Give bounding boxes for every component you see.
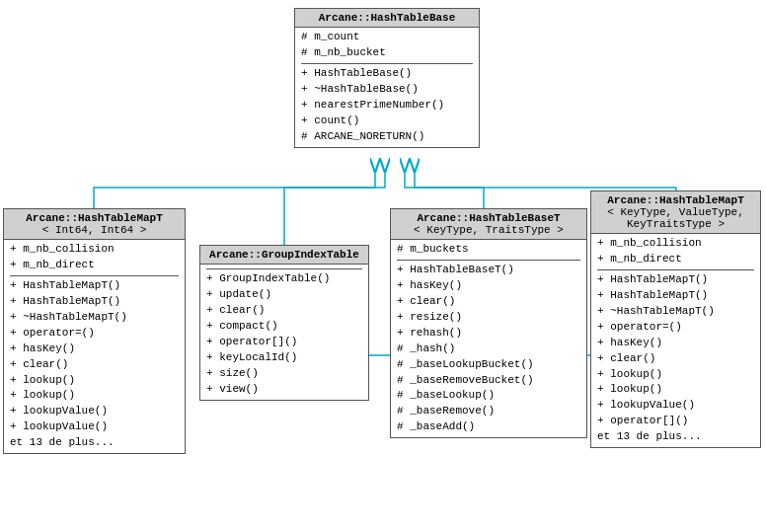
hashtablemapT-left-box: Arcane::HashTableMapT < Int64, Int64 > +… — [3, 208, 186, 454]
method-r7: + lookup() — [597, 367, 754, 383]
hashtablemapT-right-title: Arcane::HashTableMapT — [597, 194, 754, 206]
divider-g — [206, 268, 362, 269]
divider-t — [397, 260, 580, 261]
method-count: + count() — [301, 114, 473, 129]
hashtablebase-header: Arcane::HashTableBase — [295, 9, 479, 28]
divider-l — [10, 275, 179, 276]
method-t10: # _baseRemove() — [397, 404, 580, 419]
method-t3: + clear() — [397, 294, 580, 310]
field-direct-l: + m_nb_direct — [10, 258, 179, 273]
method-t8: # _baseRemoveBucket() — [397, 373, 580, 389]
method-t11: # _baseAdd() — [397, 419, 580, 435]
method-r3: + ~HashTableMapT() — [597, 304, 754, 320]
hashtablemapT-left-title: Arcane::HashTableMapT — [10, 212, 179, 224]
method-g3: + clear() — [206, 303, 362, 319]
field-m_nb_bucket: # m_nb_bucket — [301, 45, 473, 61]
method-l1: + HashTableMapT() — [10, 278, 179, 294]
hashtablebase-body: # m_count # m_nb_bucket + HashTableBase(… — [295, 28, 479, 147]
method-r1: + HashTableMapT() — [597, 272, 754, 288]
method-hashtablebase-ctor: + HashTableBase() — [301, 66, 473, 82]
method-r4: + operator=() — [597, 320, 754, 336]
field-m_count: # m_count — [301, 30, 473, 45]
method-t7: # _baseLookupBucket() — [397, 357, 580, 373]
groupindextable-body: + GroupIndexTable() + update() + clear()… — [200, 265, 368, 400]
method-r5: + hasKey() — [597, 336, 754, 351]
hashtablebase-box: Arcane::HashTableBase # m_count # m_nb_b… — [294, 8, 480, 148]
method-r11: et 13 de plus... — [597, 429, 754, 445]
field-buckets: # m_buckets — [397, 242, 580, 258]
method-t6: # _hash() — [397, 342, 580, 357]
hashtablemapT-right-subtitle: < KeyType, ValueType, — [597, 206, 754, 218]
method-r10: + operator[]() — [597, 414, 754, 429]
field-collision-r: + m_nb_collision — [597, 236, 754, 252]
method-l4: + operator=() — [10, 326, 179, 342]
method-l5: + hasKey() — [10, 342, 179, 357]
method-r2: + HashTableMapT() — [597, 288, 754, 304]
divider1 — [301, 63, 473, 64]
method-nearest: + nearestPrimeNumber() — [301, 98, 473, 114]
hashtablebaseT-box: Arcane::HashTableBaseT < KeyType, Traits… — [390, 208, 587, 438]
method-g2: + update() — [206, 287, 362, 303]
hashtablebaseT-title: Arcane::HashTableBaseT — [397, 212, 580, 224]
groupindextable-header: Arcane::GroupIndexTable — [200, 246, 368, 265]
field-collision-l: + m_nb_collision — [10, 242, 179, 258]
method-r9: + lookupValue() — [597, 398, 754, 414]
method-l6: + clear() — [10, 357, 179, 373]
groupindextable-box: Arcane::GroupIndexTable + GroupIndexTabl… — [199, 245, 369, 401]
field-direct-r: + m_nb_direct — [597, 252, 754, 267]
method-g5: + operator[]() — [206, 335, 362, 350]
hashtablemapT-right-subtitle2: KeyTraitsType > — [597, 218, 754, 230]
hashtablemapT-left-subtitle: < Int64, Int64 > — [10, 224, 179, 236]
method-l10: + lookupValue() — [10, 419, 179, 435]
method-t2: + hasKey() — [397, 278, 580, 294]
method-t1: + HashTableBaseT() — [397, 263, 580, 278]
hashtablebase-title: Arcane::HashTableBase — [319, 12, 456, 24]
hashtablebaseT-subtitle: < KeyType, TraitsType > — [397, 224, 580, 236]
hashtablebaseT-header: Arcane::HashTableBaseT < KeyType, Traits… — [391, 209, 586, 240]
hashtablemapT-left-header: Arcane::HashTableMapT < Int64, Int64 > — [4, 209, 185, 240]
method-noreturn: # ARCANE_NORETURN() — [301, 129, 473, 145]
method-l3: + ~HashTableMapT() — [10, 310, 179, 326]
method-l11: et 13 de plus... — [10, 435, 179, 451]
method-r8: + lookup() — [597, 382, 754, 398]
hashtablebaseT-body: # m_buckets + HashTableBaseT() + hasKey(… — [391, 240, 586, 437]
hashtablemapT-right-box: Arcane::HashTableMapT < KeyType, ValueTy… — [590, 190, 761, 448]
method-t4: + resize() — [397, 310, 580, 326]
method-g8: + view() — [206, 382, 362, 398]
diagram-container: Arcane::HashTableBase # m_count # m_nb_b… — [0, 0, 766, 532]
divider-r — [597, 269, 754, 270]
hashtablemapT-left-body: + m_nb_collision + m_nb_direct + HashTab… — [4, 240, 185, 453]
groupindextable-title: Arcane::GroupIndexTable — [209, 249, 359, 261]
method-g6: + keyLocalId() — [206, 350, 362, 366]
method-l9: + lookupValue() — [10, 404, 179, 419]
method-t9: # _baseLookup() — [397, 388, 580, 404]
method-l8: + lookup() — [10, 388, 179, 404]
method-l2: + HashTableMapT() — [10, 294, 179, 310]
method-t5: + rehash() — [397, 326, 580, 342]
method-g4: + compact() — [206, 319, 362, 335]
method-hashtablebase-dtor: + ~HashTableBase() — [301, 82, 473, 98]
hashtablemapT-right-header: Arcane::HashTableMapT < KeyType, ValueTy… — [591, 191, 760, 234]
method-g7: + size() — [206, 366, 362, 382]
method-l7: + lookup() — [10, 373, 179, 389]
method-r6: + clear() — [597, 351, 754, 367]
method-g1: + GroupIndexTable() — [206, 271, 362, 287]
hashtablemapT-right-body: + m_nb_collision + m_nb_direct + HashTab… — [591, 234, 760, 447]
